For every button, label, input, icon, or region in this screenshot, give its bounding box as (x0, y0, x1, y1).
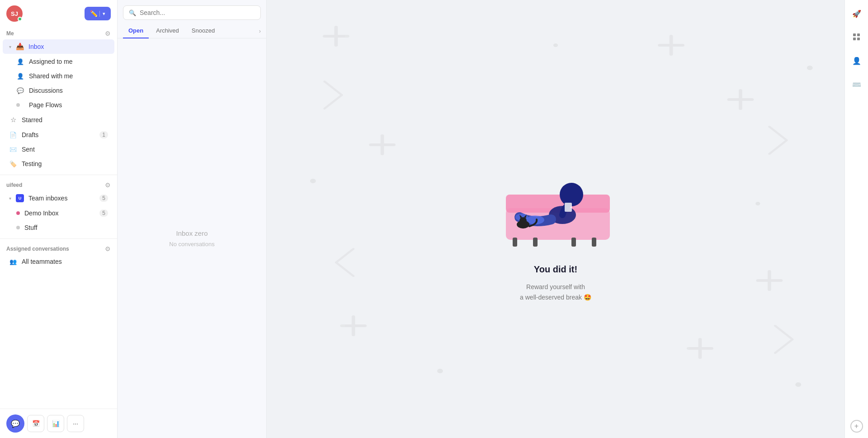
svg-rect-38 (857, 38, 860, 40)
contacts-button[interactable]: 👤 (849, 52, 865, 69)
inbox-zero-title: Inbox zero (176, 229, 208, 237)
tabs-more-chevron-icon[interactable]: › (259, 28, 261, 34)
team-section-header: uifeed ⚙ (0, 179, 117, 190)
search-bar[interactable]: 🔍 (123, 5, 261, 20)
demo-inbox-count: 5 (99, 209, 108, 217)
search-input[interactable] (140, 9, 255, 16)
starred-icon: ☆ (9, 116, 17, 124)
drafts-icon: 📄 (9, 132, 17, 138)
page-flows-dot-icon (16, 103, 24, 107)
team-inboxes-label: Team inboxes (28, 195, 95, 202)
sidebar-item-shared-with-me[interactable]: 👤 Shared with me (3, 69, 114, 83)
avatar-initials: SJ (11, 10, 18, 17)
inbox-icon: 📥 (16, 43, 24, 51)
sidebar-item-testing[interactable]: 🏷️ Testing (3, 157, 114, 171)
svg-point-15 (807, 66, 813, 70)
svg-point-14 (310, 179, 316, 183)
svg-point-16 (437, 369, 443, 373)
add-icon: + (854, 422, 859, 430)
svg-rect-34 (565, 203, 572, 212)
sidebar-item-discussions[interactable]: 💬 Discussions (3, 84, 114, 97)
sidebar-item-sent[interactable]: ✉️ Sent (3, 143, 114, 156)
starred-label: Starred (22, 116, 108, 124)
assigned-to-me-icon: 👤 (16, 58, 24, 65)
testing-label: Testing (22, 160, 108, 167)
svg-rect-23 (533, 238, 538, 247)
stuff-label: Stuff (24, 224, 108, 231)
svg-point-19 (755, 202, 760, 205)
calendar-footer-button[interactable]: 📅 (27, 415, 44, 432)
all-teammates-label: All teammates (22, 258, 108, 265)
demo-inbox-dot-icon (16, 211, 20, 215)
drafts-label: Drafts (22, 131, 95, 138)
section-divider-2 (0, 238, 117, 239)
sent-icon: ✉️ (9, 146, 17, 153)
svg-rect-25 (592, 238, 596, 247)
sidebar-item-assigned-to-me[interactable]: 👤 Assigned to me (3, 55, 114, 68)
widget-button[interactable] (849, 29, 865, 45)
testing-icon: 🏷️ (9, 161, 17, 167)
team-inboxes-chevron-icon: ▾ (9, 196, 11, 201)
svg-point-31 (519, 217, 527, 224)
assigned-conversations-settings-icon[interactable]: ⚙ (105, 245, 111, 252)
sidebar-item-drafts[interactable]: 📄 Drafts 1 (3, 128, 114, 142)
contacts-icon: 👤 (852, 57, 861, 65)
widget-icon (853, 33, 860, 41)
svg-point-18 (553, 43, 558, 47)
tab-open[interactable]: Open (123, 24, 149, 38)
stuff-dot-icon (16, 226, 20, 229)
compose-icon: ✏️ (90, 10, 98, 17)
zero-state-title: You did it! (534, 264, 577, 275)
sent-label: Sent (22, 146, 108, 153)
zero-state-subtitle: Reward yourself with a well-deserved bre… (520, 282, 591, 302)
svg-rect-36 (857, 33, 860, 36)
team-inboxes-dot-icon: U (16, 194, 24, 202)
sidebar-item-starred[interactable]: ☆ Starred (3, 113, 114, 127)
chart-footer-button[interactable]: 📊 (47, 415, 64, 432)
me-settings-icon[interactable]: ⚙ (105, 30, 111, 37)
page-flows-label: Page Flows (29, 101, 108, 109)
tab-archived[interactable]: Archived (151, 24, 184, 38)
chat-footer-button[interactable]: 💬 (6, 414, 24, 433)
add-button[interactable]: + (850, 420, 863, 433)
keyboard-icon: ⌨️ (852, 80, 861, 89)
assigned-conversations-header: Assigned conversations ⚙ (0, 243, 117, 254)
rocket-button[interactable]: 🚀 (849, 5, 865, 22)
team-settings-icon[interactable]: ⚙ (105, 181, 111, 189)
sidebar-item-page-flows[interactable]: Page Flows (3, 98, 114, 112)
sidebar-item-demo-inbox[interactable]: Demo Inbox 5 (3, 206, 114, 220)
sidebar-item-stuff[interactable]: Stuff (3, 221, 114, 234)
inbox-chevron-icon: ▾ (9, 44, 11, 49)
chart-footer-icon: 📊 (52, 420, 60, 427)
me-label: Me (6, 30, 14, 37)
shared-with-me-label: Shared with me (29, 72, 108, 80)
all-teammates-icon: 👥 (9, 258, 17, 265)
avatar[interactable]: SJ (6, 5, 23, 22)
inbox-empty-state: Inbox zero No conversations (118, 38, 266, 438)
tab-snoozed[interactable]: Snoozed (186, 24, 220, 38)
assigned-to-me-label: Assigned to me (29, 58, 108, 65)
sidebar-item-team-inboxes[interactable]: ▾ U Team inboxes 5 (3, 191, 114, 205)
sidebar-item-inbox[interactable]: ▾ 📥 Inbox (3, 39, 114, 54)
drafts-count: 1 (99, 131, 108, 138)
shared-with-me-icon: 👤 (16, 73, 24, 80)
svg-rect-24 (571, 238, 576, 247)
avatar-online-badge (18, 17, 22, 21)
sidebar-footer: 💬 📅 📊 ··· (0, 409, 117, 438)
sidebar-header: SJ ✏️ ▾ (0, 0, 117, 27)
sidebar: SJ ✏️ ▾ Me ⚙ ▾ 📥 Inbox 👤 Assigned to me … (0, 0, 118, 438)
main-content: You did it! Reward yourself with a well-… (267, 0, 844, 438)
discussions-icon: 💬 (16, 87, 24, 94)
more-footer-button[interactable]: ··· (67, 415, 84, 432)
search-icon: 🔍 (129, 10, 136, 16)
sidebar-item-all-teammates[interactable]: 👥 All teammates (3, 255, 114, 268)
keyboard-button[interactable]: ⌨️ (849, 76, 865, 92)
inbox-zero-subtitle: No conversations (169, 241, 214, 248)
svg-point-17 (795, 382, 801, 387)
right-sidebar: 🚀 👤 ⌨️ + (844, 0, 868, 438)
compose-button[interactable]: ✏️ ▾ (85, 7, 111, 20)
team-inboxes-count: 5 (99, 195, 108, 202)
demo-inbox-label: Demo Inbox (24, 209, 95, 217)
zero-state: You did it! Reward yourself with a well-… (492, 136, 619, 302)
chat-footer-icon: 💬 (11, 419, 20, 428)
